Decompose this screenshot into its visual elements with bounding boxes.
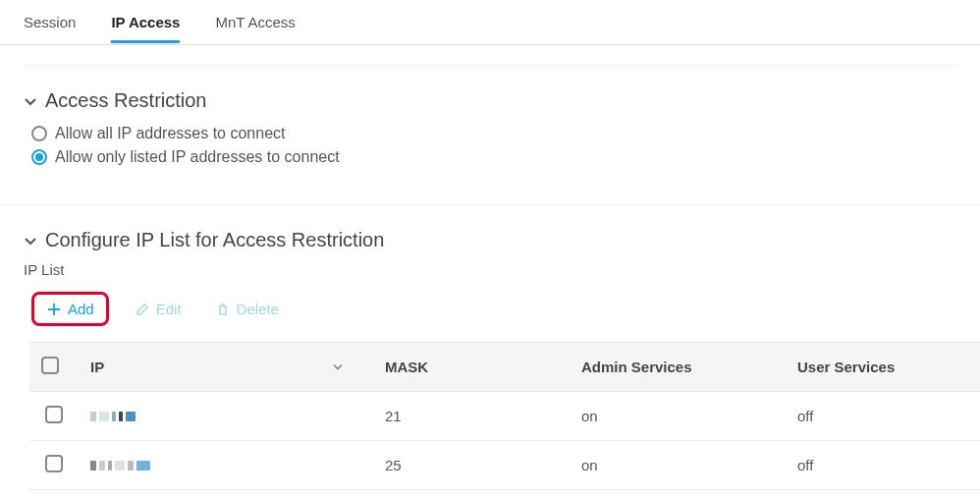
radio-icon-checked	[31, 149, 47, 165]
header-ip-label: IP	[90, 359, 104, 375]
section-header[interactable]: Configure IP List for Access Restriction	[24, 229, 956, 251]
tab-ip-access[interactable]: IP Access	[111, 2, 180, 42]
radio-icon	[31, 126, 47, 141]
cell-admin: on	[570, 441, 786, 490]
header-ip[interactable]: IP	[79, 343, 373, 392]
radio-allow-only[interactable]: Allow only listed IP addresses to connec…	[24, 145, 956, 169]
radio-allow-all[interactable]: Allow all IP addresses to connect	[24, 122, 956, 145]
trash-icon	[215, 302, 231, 317]
add-label: Add	[68, 301, 94, 317]
plus-icon	[46, 302, 62, 317]
ip-list-title: Configure IP List for Access Restriction	[45, 229, 384, 251]
ip-table-wrap: IP MASK Admin Services User Services	[0, 342, 980, 490]
chevron-down-icon	[332, 359, 344, 375]
edit-label: Edit	[156, 301, 182, 317]
ip-list-toolbar: Add Edit Delete	[24, 278, 956, 342]
row-checkbox[interactable]	[45, 406, 63, 423]
cell-mask: 25	[373, 441, 570, 490]
section-header[interactable]: Access Restriction	[24, 89, 956, 112]
header-admin[interactable]: Admin Services	[570, 343, 786, 392]
table-row[interactable]: 25 on off	[29, 441, 980, 490]
chevron-down-icon	[24, 94, 37, 108]
row-checkbox[interactable]	[45, 455, 63, 472]
cell-user: off	[786, 441, 980, 490]
ip-table: IP MASK Admin Services User Services	[29, 342, 980, 490]
select-all-checkbox[interactable]	[41, 357, 59, 374]
radio-allow-only-label: Allow only listed IP addresses to connec…	[55, 148, 340, 166]
cell-admin: on	[570, 392, 786, 441]
table-row[interactable]: 21 on off	[29, 392, 980, 441]
pencil-icon	[135, 302, 150, 317]
add-highlight: Add	[31, 292, 109, 326]
header-mask[interactable]: MASK	[373, 343, 570, 392]
redacted-ip	[90, 412, 136, 421]
delete-button[interactable]: Delete	[207, 297, 287, 321]
edit-button[interactable]: Edit	[127, 297, 190, 321]
tab-session[interactable]: Session	[24, 2, 76, 42]
add-button[interactable]: Add	[38, 297, 102, 321]
cell-ip	[79, 392, 373, 441]
header-user[interactable]: User Services	[786, 343, 980, 392]
chevron-down-icon	[24, 234, 37, 248]
cell-ip	[79, 441, 373, 490]
ip-list-section: Configure IP List for Access Restriction…	[0, 205, 980, 342]
tab-mnt-access[interactable]: MnT Access	[215, 2, 295, 42]
redacted-ip	[90, 461, 150, 470]
access-restriction-section: Access Restriction Allow all IP addresse…	[0, 66, 980, 169]
access-restriction-title: Access Restriction	[45, 89, 207, 112]
tabs-bar: Session IP Access MnT Access	[0, 0, 980, 45]
cell-user: off	[786, 392, 980, 441]
delete-label: Delete	[237, 301, 279, 317]
radio-allow-all-label: Allow all IP addresses to connect	[55, 125, 286, 142]
header-checkbox-cell	[29, 343, 79, 392]
ip-list-subtitle: IP List	[24, 261, 956, 278]
cell-mask: 21	[373, 392, 570, 441]
